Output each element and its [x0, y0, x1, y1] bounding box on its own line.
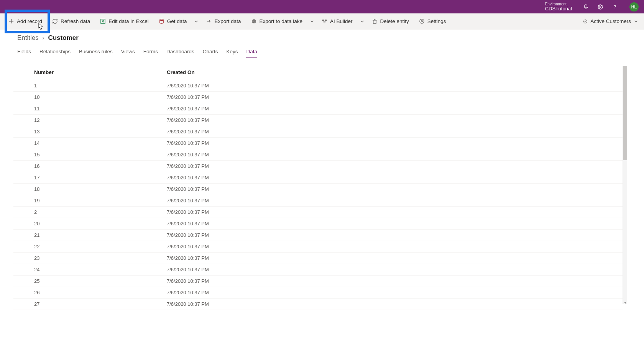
- scrollbar-thumb[interactable]: [623, 66, 627, 160]
- tab-fields[interactable]: Fields: [17, 46, 31, 58]
- ai-builder-label: AI Builder: [330, 18, 353, 24]
- table-header-row: Number Created On: [13, 66, 623, 80]
- cell-number: 25: [13, 276, 167, 287]
- table-row[interactable]: 177/6/2020 10:37 PM: [13, 172, 623, 184]
- notifications-icon[interactable]: [583, 4, 589, 10]
- table-row[interactable]: 207/6/2020 10:37 PM: [13, 218, 623, 230]
- cell-number: 27: [13, 299, 167, 310]
- refresh-data-label: Refresh data: [61, 18, 90, 24]
- table-row[interactable]: 247/6/2020 10:37 PM: [13, 264, 623, 276]
- edit-excel-label: Edit data in Excel: [108, 18, 148, 24]
- add-record-button[interactable]: Add record: [5, 17, 45, 26]
- environment-selector[interactable]: Environment CDSTutorial: [541, 2, 572, 11]
- table-row[interactable]: 257/6/2020 10:37 PM: [13, 276, 623, 287]
- trash-icon: [372, 18, 378, 24]
- cell-created-on: 7/6/2020 10:37 PM: [167, 103, 623, 115]
- avatar[interactable]: HL: [629, 2, 639, 11]
- cell-number: 23: [13, 253, 167, 264]
- data-table: Number Created On 17/6/2020 10:37 PM107/…: [13, 66, 623, 310]
- view-icon: [583, 19, 588, 24]
- cell-number: 20: [13, 218, 167, 230]
- column-header-number[interactable]: Number: [13, 66, 167, 80]
- breadcrumb-current: Customer: [48, 34, 78, 42]
- refresh-icon: [52, 18, 58, 24]
- get-data-chevron-icon[interactable]: [194, 19, 199, 24]
- table-row[interactable]: 147/6/2020 10:37 PM: [13, 138, 623, 149]
- settings-button[interactable]: Settings: [416, 17, 449, 26]
- chevron-right-icon: ›: [43, 35, 44, 41]
- cell-created-on: 7/6/2020 10:37 PM: [167, 230, 623, 241]
- delete-entity-button[interactable]: Delete entity: [369, 17, 412, 26]
- table-row[interactable]: 197/6/2020 10:37 PM: [13, 195, 623, 207]
- table-row[interactable]: 17/6/2020 10:37 PM: [13, 80, 623, 92]
- data-table-area: Number Created On 17/6/2020 10:37 PM107/…: [13, 66, 632, 304]
- settings-label: Settings: [427, 18, 446, 24]
- tab-views[interactable]: Views: [121, 46, 135, 58]
- cell-created-on: 7/6/2020 10:37 PM: [167, 149, 623, 161]
- tab-keys[interactable]: Keys: [226, 46, 238, 58]
- refresh-data-button[interactable]: Refresh data: [49, 17, 93, 26]
- table-row[interactable]: 117/6/2020 10:37 PM: [13, 103, 623, 115]
- cell-created-on: 7/6/2020 10:37 PM: [167, 253, 623, 264]
- ai-builder-button[interactable]: AI Builder: [319, 17, 356, 26]
- get-data-button[interactable]: Get data: [156, 17, 190, 26]
- view-selector-label: Active Customers: [590, 18, 631, 24]
- export-lake-chevron-icon[interactable]: [309, 19, 315, 24]
- tab-charts[interactable]: Charts: [203, 46, 218, 58]
- breadcrumb-parent[interactable]: Entities: [17, 34, 39, 42]
- gear-icon[interactable]: [597, 4, 603, 10]
- cell-created-on: 7/6/2020 10:37 PM: [167, 161, 623, 172]
- column-header-created-on[interactable]: Created On: [167, 66, 623, 80]
- view-selector[interactable]: Active Customers: [583, 18, 639, 24]
- table-row[interactable]: 27/6/2020 10:37 PM: [13, 207, 623, 218]
- entity-tabs: FieldsRelationshipsBusiness rulesViewsFo…: [0, 43, 644, 59]
- breadcrumb: Entities › Customer: [0, 30, 644, 43]
- cell-number: 18: [13, 184, 167, 195]
- scroll-down-icon[interactable]: ▼: [624, 301, 627, 305]
- cell-number: 16: [13, 161, 167, 172]
- svg-point-11: [159, 19, 163, 21]
- cell-number: 19: [13, 195, 167, 207]
- edit-excel-button[interactable]: Edit data in Excel: [97, 17, 151, 26]
- tab-relationships[interactable]: Relationships: [39, 46, 71, 58]
- table-row[interactable]: 137/6/2020 10:37 PM: [13, 126, 623, 138]
- cell-created-on: 7/6/2020 10:37 PM: [167, 264, 623, 276]
- svg-point-24: [420, 19, 424, 23]
- cell-number: 17: [13, 172, 167, 184]
- table-row[interactable]: 277/6/2020 10:37 PM: [13, 299, 623, 310]
- ai-builder-chevron-icon[interactable]: [360, 19, 365, 24]
- help-icon[interactable]: [612, 4, 618, 10]
- cell-created-on: 7/6/2020 10:37 PM: [167, 207, 623, 218]
- tab-forms[interactable]: Forms: [143, 46, 158, 58]
- table-row[interactable]: 237/6/2020 10:37 PM: [13, 253, 623, 264]
- table-row[interactable]: 267/6/2020 10:37 PM: [13, 287, 623, 299]
- table-row[interactable]: 107/6/2020 10:37 PM: [13, 92, 623, 103]
- export-lake-button[interactable]: Export to data lake: [248, 17, 306, 26]
- export-data-button[interactable]: Export data: [203, 17, 244, 26]
- table-row[interactable]: 187/6/2020 10:37 PM: [13, 184, 623, 195]
- app-header: Environment CDSTutorial HL: [0, 0, 644, 13]
- tab-data[interactable]: Data: [246, 46, 257, 58]
- cell-created-on: 7/6/2020 10:37 PM: [167, 138, 623, 149]
- export-lake-label: Export to data lake: [260, 18, 303, 24]
- chevron-down-icon: [633, 19, 639, 24]
- vertical-scrollbar[interactable]: ▲ ▼: [623, 66, 627, 304]
- table-row[interactable]: 127/6/2020 10:37 PM: [13, 115, 623, 126]
- cell-number: 13: [13, 126, 167, 138]
- table-row[interactable]: 167/6/2020 10:37 PM: [13, 161, 623, 172]
- tab-dashboards[interactable]: Dashboards: [166, 46, 194, 58]
- ai-builder-icon: [322, 18, 327, 24]
- svg-line-18: [324, 21, 324, 22]
- cell-number: 10: [13, 92, 167, 103]
- svg-point-26: [585, 21, 586, 22]
- cell-number: 2: [13, 207, 167, 218]
- table-row[interactable]: 157/6/2020 10:37 PM: [13, 149, 623, 161]
- tab-business-rules[interactable]: Business rules: [79, 46, 113, 58]
- svg-line-19: [325, 21, 326, 22]
- cell-number: 12: [13, 115, 167, 126]
- table-row[interactable]: 217/6/2020 10:37 PM: [13, 230, 623, 241]
- export-icon: [206, 18, 212, 24]
- table-row[interactable]: 227/6/2020 10:37 PM: [13, 241, 623, 253]
- cell-created-on: 7/6/2020 10:37 PM: [167, 276, 623, 287]
- cell-number: 1: [13, 80, 167, 92]
